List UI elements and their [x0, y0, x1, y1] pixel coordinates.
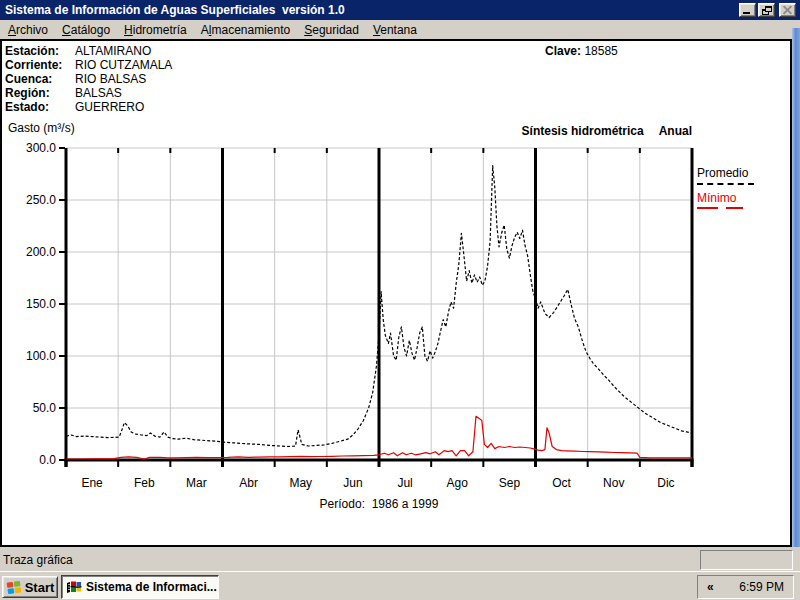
close-button[interactable] — [779, 3, 796, 17]
menu-hidrometria[interactable]: Hidrometría — [117, 21, 194, 39]
tray-chevron-button[interactable]: « — [707, 580, 713, 594]
month-label: Oct — [552, 476, 571, 490]
y-tick-label: 50.0 — [33, 401, 57, 415]
y-axis-title: Gasto (m³/s) — [8, 121, 75, 135]
menu-almacenamiento[interactable]: Almacenamiento — [194, 21, 297, 39]
y-tick-label: 300.0 — [26, 141, 56, 155]
period-label: Período: 1986 a 1999 — [66, 497, 692, 511]
task-button-sias[interactable]: Sistema de Informaci... — [61, 575, 219, 599]
menu-archivo[interactable]: Archivo — [1, 21, 55, 39]
start-button[interactable]: Start — [2, 576, 58, 598]
info-region: Región:BALSAS — [5, 86, 122, 100]
chart-header-mode: Anual — [659, 124, 692, 138]
info-value: RIO BALSAS — [75, 72, 146, 86]
desktop-edge-strip — [792, 28, 800, 547]
month-label: Jun — [343, 476, 362, 490]
month-label: Jul — [397, 476, 412, 490]
menu-bar: Archivo Catálogo Hidrometría Almacenamie… — [0, 20, 793, 39]
desktop: Sistema de Información de Aguas Superfic… — [0, 0, 800, 600]
info-value: BALSAS — [75, 86, 122, 100]
taskbar-clock: 6:59 PM — [739, 580, 784, 594]
window-titlebar: Sistema de Información de Aguas Superfic… — [0, 0, 800, 20]
y-tick-label: 200.0 — [26, 245, 56, 259]
clave-value: 18585 — [584, 44, 617, 58]
restore-button[interactable] — [758, 3, 775, 17]
month-label: Ene — [81, 476, 103, 490]
info-corriente: Corriente:RIO CUTZAMALA — [5, 58, 172, 72]
task-button-label: Sistema de Informaci... — [86, 580, 217, 594]
month-label: Mar — [186, 476, 207, 490]
menu-seguridad[interactable]: Seguridad — [297, 21, 366, 39]
taskbar: Start Sistema de Informaci... « 6:59 PM — [0, 571, 800, 600]
close-icon — [783, 6, 792, 15]
app-icon — [66, 579, 82, 595]
month-label: May — [289, 476, 312, 490]
info-clave: Clave: 18585 — [545, 44, 618, 58]
info-label: Estación: — [5, 44, 75, 58]
month-label: Feb — [134, 476, 155, 490]
info-estacion: Estación:ALTAMIRANO — [5, 44, 151, 58]
month-label: Nov — [603, 476, 624, 490]
info-value: GUERRERO — [75, 100, 144, 114]
month-label: Ago — [447, 476, 469, 490]
info-label: Cuenca: — [5, 72, 75, 86]
chart-svg: 300.0250.0200.0150.0100.050.00.0EneFebMa… — [0, 140, 792, 500]
info-cuenca: Cuenca:RIO BALSAS — [5, 72, 146, 86]
minimize-icon — [743, 12, 750, 14]
window-controls — [739, 3, 796, 17]
month-label: Abr — [239, 476, 258, 490]
y-tick-label: 150.0 — [26, 297, 56, 311]
legend-promedio-label: Promedio — [697, 166, 769, 180]
windows-logo-icon — [6, 580, 22, 595]
legend-minimo-line-sample — [697, 207, 769, 209]
month-label: Sep — [499, 476, 521, 490]
info-label: Estado: — [5, 100, 75, 114]
y-tick-label: 0.0 — [39, 453, 56, 467]
clave-label: Clave: — [545, 44, 581, 58]
restore-icon — [762, 6, 772, 15]
month-label: Dic — [657, 476, 674, 490]
info-value: ALTAMIRANO — [75, 44, 151, 58]
menu-catalogo[interactable]: Catálogo — [55, 21, 117, 39]
chart-legend: Promedio Mínimo — [697, 166, 769, 209]
window-title: Sistema de Información de Aguas Superfic… — [5, 3, 345, 17]
info-value: RIO CUTZAMALA — [75, 58, 172, 72]
status-bar: Traza gráfica — [0, 548, 800, 571]
chart-header: Síntesis hidrométrica Anual — [430, 124, 692, 138]
minimize-button[interactable] — [739, 3, 756, 17]
system-tray: « 6:59 PM — [697, 575, 794, 599]
info-label: Corriente: — [5, 58, 75, 72]
status-panel — [700, 550, 793, 570]
legend-promedio-line-sample — [697, 183, 754, 185]
legend-minimo-label: Mínimo — [697, 191, 769, 205]
menu-ventana[interactable]: Ventana — [366, 21, 424, 39]
info-estado: Estado:GUERRERO — [5, 100, 144, 114]
status-text: Traza gráfica — [3, 553, 73, 567]
y-tick-label: 250.0 — [26, 193, 56, 207]
start-label: Start — [25, 580, 55, 595]
y-tick-label: 100.0 — [26, 349, 56, 363]
chart-header-title: Síntesis hidrométrica — [522, 124, 644, 138]
info-label: Región: — [5, 86, 75, 100]
